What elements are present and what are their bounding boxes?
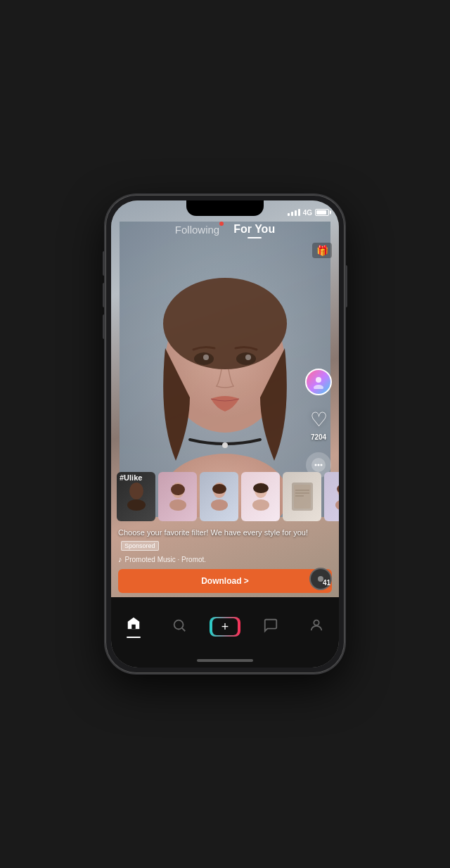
tab-following[interactable]: Following xyxy=(175,224,219,236)
avatar-button[interactable] xyxy=(305,369,332,395)
ulike-badge: #Ulike xyxy=(120,473,142,482)
music-note-icon: ♪ xyxy=(118,555,122,563)
home-indicator xyxy=(197,659,253,662)
filter-thumb-5[interactable] xyxy=(283,472,321,521)
svg-point-14 xyxy=(321,464,323,466)
nav-item-add[interactable]: + xyxy=(207,617,243,637)
filter-thumb-6[interactable] xyxy=(324,472,339,521)
screen-content: 4G xyxy=(111,200,339,668)
svg-point-8 xyxy=(222,442,228,448)
music-text: Promoted Music · Promot. xyxy=(125,556,207,563)
avatar xyxy=(305,369,332,395)
notch xyxy=(186,200,264,216)
caption-text: Choose your favorite filter! We have eve… xyxy=(118,528,308,537)
nav-item-profile[interactable] xyxy=(299,618,334,636)
filter-thumb-3[interactable] xyxy=(200,472,238,521)
add-button[interactable]: + xyxy=(210,617,240,637)
battery-icon xyxy=(315,209,329,216)
bottom-nav: + xyxy=(111,597,339,668)
svg-point-16 xyxy=(127,499,146,511)
svg-point-10 xyxy=(314,385,323,389)
home-icon xyxy=(126,615,141,638)
svg-point-33 xyxy=(335,499,340,511)
right-actions: ♡ 7204 xyxy=(305,369,332,478)
nav-item-inbox[interactable] xyxy=(253,618,288,636)
notification-dot xyxy=(219,222,224,226)
phone-screen: 4G xyxy=(111,200,339,668)
svg-point-37 xyxy=(314,620,319,625)
nav-items: + xyxy=(111,597,339,653)
comment-count-badge: 41 xyxy=(323,579,330,587)
svg-point-13 xyxy=(318,464,320,466)
search-icon xyxy=(172,618,187,636)
filter-strip xyxy=(111,468,339,525)
profile-icon xyxy=(309,618,324,636)
bottom-content: #Ulike xyxy=(111,468,339,597)
svg-point-24 xyxy=(253,483,269,493)
sponsor-badge: Sponsored xyxy=(121,541,159,551)
nav-item-home[interactable] xyxy=(116,615,151,638)
svg-point-21 xyxy=(212,484,226,494)
svg-point-9 xyxy=(316,377,321,383)
phone-frame: 4G xyxy=(105,195,345,673)
svg-point-18 xyxy=(171,484,185,495)
svg-point-25 xyxy=(252,499,269,511)
svg-line-36 xyxy=(182,628,185,631)
svg-point-3 xyxy=(163,278,287,369)
filter-thumb-2[interactable] xyxy=(158,472,197,521)
like-count: 7204 xyxy=(311,433,326,441)
svg-point-15 xyxy=(129,483,143,499)
like-button[interactable]: ♡ 7204 xyxy=(306,407,331,441)
gift-icon[interactable]: 🎁 xyxy=(312,243,332,258)
inbox-icon xyxy=(263,618,278,636)
nav-tabs: Following For You xyxy=(111,220,339,236)
svg-rect-27 xyxy=(294,485,311,509)
add-icon: + xyxy=(212,618,238,635)
svg-point-19 xyxy=(169,499,186,511)
caption-area: Choose your favorite filter! We have eve… xyxy=(111,525,339,554)
music-row: ♪ Promoted Music · Promot. xyxy=(111,554,339,565)
heart-icon: ♡ xyxy=(306,407,331,432)
signal-icon xyxy=(288,209,300,216)
svg-rect-34 xyxy=(132,625,136,629)
tab-for-you[interactable]: For You xyxy=(233,223,275,236)
svg-point-7 xyxy=(245,355,251,360)
nav-item-search[interactable] xyxy=(162,618,197,636)
filter-thumb-4[interactable] xyxy=(241,472,280,521)
network-label: 4G xyxy=(303,209,312,217)
home-bar xyxy=(111,653,339,668)
svg-point-22 xyxy=(211,499,228,511)
download-button[interactable]: Download > xyxy=(118,569,332,593)
svg-point-35 xyxy=(174,620,184,630)
svg-point-6 xyxy=(203,355,209,360)
svg-point-12 xyxy=(315,464,317,466)
